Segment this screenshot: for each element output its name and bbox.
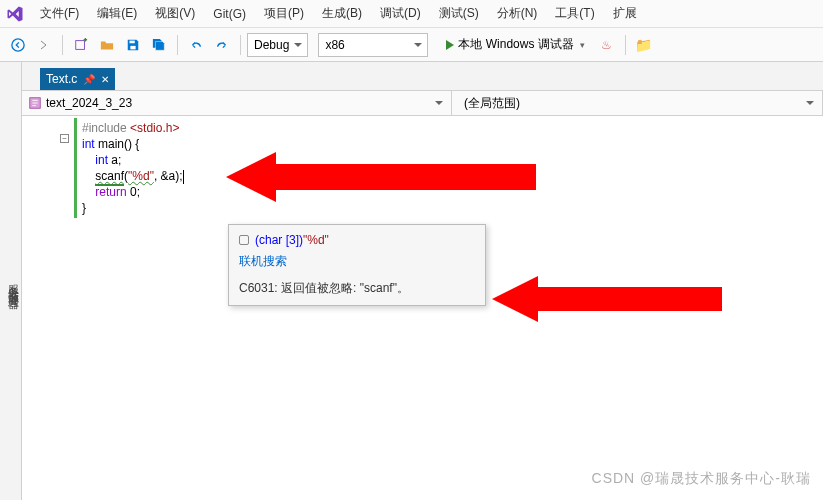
watermark: CSDN @瑞晟技术服务中心-耿瑞 <box>592 470 811 488</box>
nav-back-icon[interactable] <box>6 33 30 57</box>
svg-rect-2 <box>130 40 135 43</box>
hot-reload-icon[interactable]: ♨ <box>595 33 619 57</box>
debugger-label: 本地 Windows 调试器 <box>458 36 573 53</box>
redo-icon[interactable] <box>210 33 234 57</box>
warning-message: C6031: 返回值被忽略: "scanf"。 <box>239 280 475 297</box>
play-icon <box>446 40 454 50</box>
project-name: text_2024_3_23 <box>46 96 132 110</box>
collapse-toggle-icon[interactable]: − <box>60 134 69 143</box>
scope-selector[interactable]: (全局范围) <box>452 91 823 115</box>
toolbar: Debug x86 本地 Windows 调试器 ▾ ♨ 📁 <box>0 28 823 62</box>
menu-view[interactable]: 视图(V) <box>147 1 203 26</box>
sidebar-server-explorer[interactable]: 服务器资源管理器 <box>0 62 22 500</box>
menu-analyze[interactable]: 分析(N) <box>489 1 546 26</box>
svg-rect-1 <box>76 40 85 49</box>
tooltip-value: "%d" <box>303 233 329 247</box>
gutter: − <box>22 116 78 500</box>
undo-icon[interactable] <box>184 33 208 57</box>
tab-text-c[interactable]: Text.c 📌 ✕ <box>40 68 115 90</box>
start-debugging-button[interactable]: 本地 Windows 调试器 ▾ <box>438 33 592 57</box>
menu-project[interactable]: 项目(P) <box>256 1 312 26</box>
menu-test[interactable]: 测试(S) <box>431 1 487 26</box>
svg-rect-3 <box>130 45 135 49</box>
separator <box>177 35 178 55</box>
svg-point-0 <box>12 38 24 50</box>
close-icon[interactable]: ✕ <box>101 74 109 85</box>
menu-git[interactable]: Git(G) <box>205 3 254 25</box>
open-icon[interactable] <box>95 33 119 57</box>
separator <box>625 35 626 55</box>
intellisense-tooltip: (char [3])"%d" 联机搜索 C6031: 返回值被忽略: "scan… <box>228 224 486 306</box>
scope-label: (全局范围) <box>458 95 520 112</box>
configuration-select[interactable]: Debug <box>247 33 308 57</box>
project-selector[interactable]: text_2024_3_23 <box>22 91 452 115</box>
menu-file[interactable]: 文件(F) <box>32 1 87 26</box>
menu-build[interactable]: 生成(B) <box>314 1 370 26</box>
navigation-bar: text_2024_3_23 (全局范围) <box>22 90 823 116</box>
visual-studio-logo-icon <box>6 5 24 23</box>
folder-icon[interactable]: 📁 <box>632 33 656 57</box>
menu-tools[interactable]: 工具(T) <box>547 1 602 26</box>
online-search-link[interactable]: 联机搜索 <box>239 253 475 270</box>
nav-forward-icon[interactable] <box>32 33 56 57</box>
change-indicator <box>74 118 77 218</box>
pin-icon[interactable]: 📌 <box>83 74 95 85</box>
menu-debug[interactable]: 调试(D) <box>372 1 429 26</box>
annotation-arrow-2 <box>492 276 722 322</box>
separator <box>62 35 63 55</box>
tab-filename: Text.c <box>46 72 77 86</box>
info-icon <box>239 235 249 245</box>
tooltip-type: (char [3]) <box>255 233 303 247</box>
new-project-icon[interactable] <box>69 33 93 57</box>
menu-bar: 文件(F) 编辑(E) 视图(V) Git(G) 项目(P) 生成(B) 调试(… <box>0 0 823 28</box>
separator <box>240 35 241 55</box>
project-icon <box>28 96 42 110</box>
annotation-arrow-1 <box>226 152 536 202</box>
menu-edit[interactable]: 编辑(E) <box>89 1 145 26</box>
editor-tabs: Text.c 📌 ✕ <box>22 62 823 90</box>
save-icon[interactable] <box>121 33 145 57</box>
platform-select[interactable]: x86 <box>318 33 428 57</box>
save-all-icon[interactable] <box>147 33 171 57</box>
menu-extensions[interactable]: 扩展 <box>605 1 645 26</box>
